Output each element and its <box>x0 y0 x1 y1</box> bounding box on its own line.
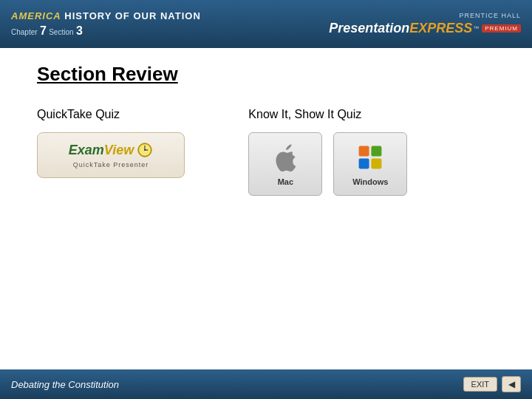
mac-label: Mac <box>278 177 293 186</box>
header-right: PRENTICE HALL Presentation EXPRESS ™ PRE… <box>329 12 521 36</box>
main-content: Section Review QuickTake Quiz Exam View <box>0 48 532 211</box>
windows-icon <box>355 142 386 173</box>
footer-bar: Debating the Constitution EXIT ◀ <box>0 369 532 399</box>
chapter-section-info: Chapter 7 Section 3 <box>11 24 201 38</box>
svg-rect-7 <box>359 158 369 168</box>
svg-point-4 <box>144 149 146 151</box>
quicktake-column: QuickTake Quiz Exam View QuickTake Prese… <box>37 108 248 178</box>
premium-badge: PREMIUM <box>482 24 521 33</box>
presentation-express-logo: Presentation EXPRESS ™ PREMIUM <box>329 21 521 36</box>
footer-title: Debating the Constitution <box>11 379 119 390</box>
chapter-label: Chapter <box>11 28 38 36</box>
quicktake-quiz-label: QuickTake Quiz <box>37 108 120 121</box>
page-title: Section Review <box>37 63 502 86</box>
exit-button[interactable]: EXIT <box>463 377 497 392</box>
exam-text: Exam <box>69 143 104 158</box>
prev-button[interactable]: ◀ <box>502 376 521 392</box>
svg-rect-5 <box>359 146 369 157</box>
os-buttons-row: Mac Windows <box>248 132 502 196</box>
windows-label: Windows <box>352 177 388 186</box>
presentation-text: Presentation <box>329 21 409 36</box>
header-left: AMERICA HISTORY OF OUR NATION Chapter 7 … <box>11 10 201 38</box>
section-label: Section <box>49 28 73 36</box>
quicktake-presenter-label: QuickTake Presenter <box>73 161 149 168</box>
view-text: View <box>104 143 134 158</box>
america-text: AMERICA <box>11 10 61 21</box>
header-bar: AMERICA HISTORY OF OUR NATION Chapter 7 … <box>0 0 532 48</box>
chapter-number: 7 <box>40 24 47 37</box>
book-title: AMERICA HISTORY OF OUR NATION <box>11 10 201 22</box>
svg-rect-6 <box>372 146 382 157</box>
windows-button[interactable]: Windows <box>333 132 407 196</box>
quiz-row: QuickTake Quiz Exam View QuickTake Prese… <box>37 108 502 196</box>
prentice-hall-text: PRENTICE HALL <box>459 12 521 19</box>
apple-icon <box>270 142 301 173</box>
examview-logo: Exam View <box>69 142 153 158</box>
express-text: EXPRESS <box>409 21 472 36</box>
svg-rect-8 <box>372 158 382 168</box>
know-it-show-it-label: Know It, Show It Quiz <box>248 108 502 121</box>
trademark-badge: ™ <box>473 25 479 32</box>
history-text: HISTORY OF OUR NATION <box>64 10 200 21</box>
section-number: 3 <box>76 24 83 37</box>
footer-controls: EXIT ◀ <box>463 376 521 392</box>
clock-icon <box>137 142 153 158</box>
examview-button[interactable]: Exam View QuickTake Presenter <box>37 132 185 178</box>
know-it-column: Know It, Show It Quiz Mac <box>248 108 502 196</box>
mac-button[interactable]: Mac <box>248 132 322 196</box>
